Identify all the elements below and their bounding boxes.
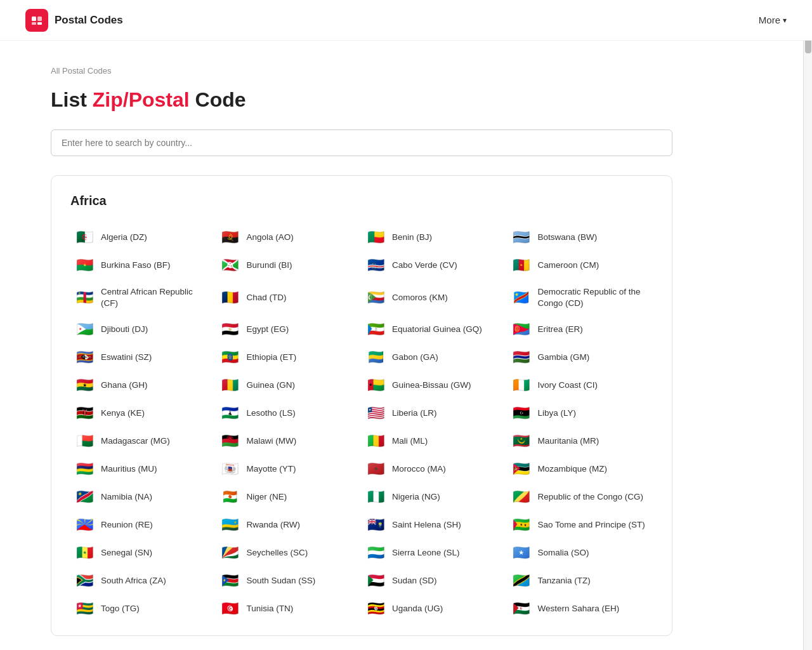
country-flag: 🇺🇬 (365, 602, 386, 616)
list-item[interactable]: 🇸🇸South Sudan (SS) (216, 567, 362, 595)
brand-link[interactable]: Postal Codes (25, 9, 123, 32)
brand-name: Postal Codes (55, 14, 123, 27)
country-flag: 🇹🇩 (220, 291, 240, 305)
region-title: Africa (70, 194, 653, 208)
list-item[interactable]: 🇬🇳Guinea (GN) (216, 371, 362, 399)
list-item[interactable]: 🇨🇲Cameroon (CM) (508, 251, 653, 279)
country-flag: 🇱🇷 (365, 406, 386, 420)
list-item[interactable]: 🇧🇼Botswana (BW) (508, 223, 653, 251)
list-item[interactable]: 🇬🇭Ghana (GH) (70, 371, 216, 399)
list-item[interactable]: 🇳🇬Nigeria (NG) (362, 483, 508, 511)
country-flag: 🇸🇱 (365, 546, 386, 560)
country-flag: 🇪🇷 (511, 322, 532, 336)
country-flag: 🇲🇺 (74, 462, 95, 476)
list-item[interactable]: 🇧🇯Benin (BJ) (362, 223, 508, 251)
list-item[interactable]: 🇷🇪Reunion (RE) (70, 511, 216, 539)
list-item[interactable]: 🇳🇪Niger (NE) (216, 483, 362, 511)
list-item[interactable]: 🇱🇾Libya (LY) (508, 399, 653, 427)
country-flag: 🇬🇭 (74, 378, 95, 392)
list-item[interactable]: 🇸🇨Seychelles (SC) (216, 539, 362, 567)
list-item[interactable]: 🇱🇸Lesotho (LS) (216, 399, 362, 427)
list-item[interactable]: 🇲🇬Madagascar (MG) (70, 427, 216, 455)
list-item[interactable]: 🇸🇱Sierra Leone (SL) (362, 539, 508, 567)
list-item[interactable]: 🇰🇲Comoros (KM) (362, 279, 508, 315)
list-item[interactable]: 🇪🇹Ethiopia (ET) (216, 343, 362, 371)
breadcrumb[interactable]: All Postal Codes (51, 66, 761, 76)
country-name: Ghana (GH) (101, 380, 148, 391)
list-item[interactable]: 🇲🇱Mali (ML) (362, 427, 508, 455)
country-flag: 🇧🇼 (511, 230, 532, 244)
list-item[interactable]: 🇸🇩Sudan (SD) (362, 567, 508, 595)
list-item[interactable]: 🇰🇪Kenya (KE) (70, 399, 216, 427)
country-name: Benin (BJ) (392, 232, 432, 243)
list-item[interactable]: 🇸🇹Sao Tome and Principe (ST) (508, 511, 653, 539)
country-flag: 🇬🇲 (511, 350, 532, 364)
country-name: Rwanda (RW) (247, 519, 301, 531)
svg-rect-3 (32, 22, 36, 25)
country-flag: 🇲🇱 (365, 434, 386, 448)
list-item[interactable]: 🇲🇺Mauritius (MU) (70, 455, 216, 483)
list-item[interactable]: 🇳🇦Namibia (NA) (70, 483, 216, 511)
list-item[interactable]: 🇨🇮Ivory Coast (CI) (508, 371, 653, 399)
list-item[interactable]: 🇷🇼Rwanda (RW) (216, 511, 362, 539)
list-item[interactable]: 🇬🇶Equatorial Guinea (GQ) (362, 315, 508, 343)
list-item[interactable]: 🇲🇿Mozambique (MZ) (508, 455, 653, 483)
country-flag: 🇹🇬 (74, 602, 95, 616)
list-item[interactable]: 🇩🇯Djibouti (DJ) (70, 315, 216, 343)
list-item[interactable]: 🇲🇦Morocco (MA) (362, 455, 508, 483)
list-item[interactable]: 🇪🇭Western Sahara (EH) (508, 595, 653, 623)
svg-rect-2 (37, 17, 42, 21)
list-item[interactable]: 🇨🇩Democratic Republic of the Congo (CD) (508, 279, 653, 315)
country-name: Seychelles (SC) (247, 547, 308, 559)
scrollbar[interactable] (803, 0, 812, 650)
more-button[interactable]: More ▾ (759, 15, 787, 25)
country-name: Guinea-Bissau (GW) (392, 380, 471, 391)
country-name: Madagascar (MG) (101, 435, 170, 447)
list-item[interactable]: 🇹🇬Togo (TG) (70, 595, 216, 623)
list-item[interactable]: 🇿🇦South Africa (ZA) (70, 567, 216, 595)
country-name: Somalia (SO) (538, 547, 589, 559)
list-item[interactable]: 🇹🇳Tunisia (TN) (216, 595, 362, 623)
list-item[interactable]: 🇸🇭Saint Helena (SH) (362, 511, 508, 539)
list-item[interactable]: 🇱🇷Liberia (LR) (362, 399, 508, 427)
list-item[interactable]: 🇾🇹Mayotte (YT) (216, 455, 362, 483)
country-flag: 🇧🇫 (74, 258, 95, 272)
country-name: Egypt (EG) (247, 324, 289, 335)
list-item[interactable]: 🇨🇫Central African Republic (CF) (70, 279, 216, 315)
list-item[interactable]: 🇹🇩Chad (TD) (216, 279, 362, 315)
list-item[interactable]: 🇧🇫Burkina Faso (BF) (70, 251, 216, 279)
brand-logo (25, 9, 48, 32)
list-item[interactable]: 🇨🇬Republic of the Congo (CG) (508, 483, 653, 511)
list-item[interactable]: 🇪🇬Egypt (EG) (216, 315, 362, 343)
country-name: Burundi (BI) (247, 260, 292, 271)
list-item[interactable]: 🇬🇦Gabon (GA) (362, 343, 508, 371)
country-flag: 🇨🇻 (365, 258, 386, 272)
list-item[interactable]: 🇸🇿Eswatini (SZ) (70, 343, 216, 371)
list-item[interactable]: 🇸🇴Somalia (SO) (508, 539, 653, 567)
list-item[interactable]: 🇸🇳Senegal (SN) (70, 539, 216, 567)
search-input[interactable] (51, 129, 672, 156)
country-flag: 🇹🇿 (511, 574, 532, 588)
country-flag: 🇬🇶 (365, 322, 386, 336)
country-name: Sao Tome and Principe (ST) (538, 519, 645, 531)
country-name: Sudan (SD) (392, 575, 437, 587)
main-content: All Postal Codes List Zip/Postal Code Af… (25, 41, 787, 650)
country-flag: 🇸🇩 (365, 574, 386, 588)
list-item[interactable]: 🇬🇲Gambia (GM) (508, 343, 653, 371)
list-item[interactable]: 🇧🇮Burundi (BI) (216, 251, 362, 279)
list-item[interactable]: 🇲🇼Malawi (MW) (216, 427, 362, 455)
svg-rect-1 (32, 17, 36, 21)
list-item[interactable]: 🇩🇿Algeria (DZ) (70, 223, 216, 251)
list-item[interactable]: 🇬🇼Guinea-Bissau (GW) (362, 371, 508, 399)
list-item[interactable]: 🇦🇴Angola (AO) (216, 223, 362, 251)
country-flag: 🇰🇲 (365, 291, 386, 305)
list-item[interactable]: 🇨🇻Cabo Verde (CV) (362, 251, 508, 279)
country-flag: 🇲🇬 (74, 434, 95, 448)
country-name: Saint Helena (SH) (392, 519, 461, 531)
list-item[interactable]: 🇪🇷Eritrea (ER) (508, 315, 653, 343)
list-item[interactable]: 🇺🇬Uganda (UG) (362, 595, 508, 623)
list-item[interactable]: 🇲🇷Mauritania (MR) (508, 427, 653, 455)
list-item[interactable]: 🇹🇿Tanzania (TZ) (508, 567, 653, 595)
country-name: South Sudan (SS) (247, 575, 316, 587)
country-flag: 🇬🇳 (220, 378, 240, 392)
